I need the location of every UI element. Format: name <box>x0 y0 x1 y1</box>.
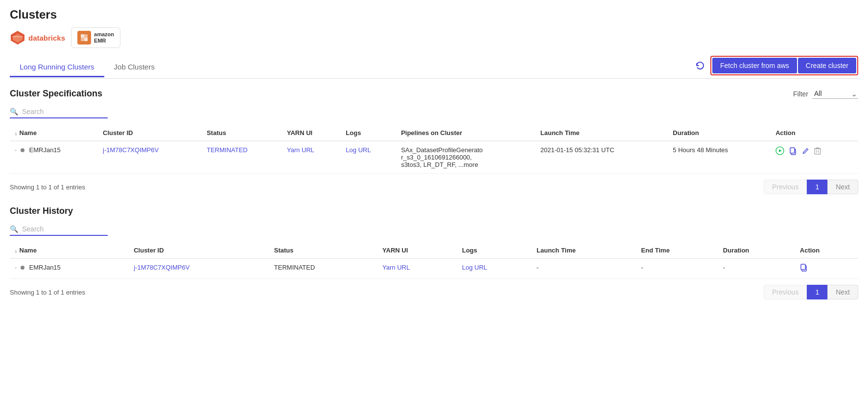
header-actions: Fetch cluster from aws Create cluster <box>695 56 858 78</box>
cell-logs-hist: Log URL <box>457 258 532 279</box>
col-duration: Duration <box>668 125 771 141</box>
table-row: ◦ EMRJan15 j-1M78C7XQIMP6V TERMINATED Ya… <box>10 258 858 279</box>
cluster-name: EMRJan15 <box>29 146 61 154</box>
status-dot <box>21 148 24 152</box>
cluster-history-section: Cluster History 🔍 ↓ Name Cluster ID Stat… <box>10 206 858 299</box>
svg-rect-3 <box>81 34 84 38</box>
cluster-specs-title: Cluster Specifications <box>10 89 102 99</box>
delete-icon[interactable] <box>814 147 821 157</box>
cluster-id-link[interactable]: j-1M78C7XQIMP6V <box>103 146 159 154</box>
databricks-logo: databricks <box>10 30 65 46</box>
copy-icon-specs[interactable] <box>789 147 797 157</box>
specs-previous-button[interactable]: Previous <box>764 180 807 194</box>
table-row: ◦ EMRJan15 j-1M78C7XQIMP6V TERMINATED Ya… <box>10 141 858 174</box>
cluster-specs-pagination: Previous 1 Next <box>764 180 858 194</box>
cluster-history-pagination-row: Showing 1 to 1 of 1 entries Previous 1 N… <box>10 285 858 299</box>
cell-action-specs <box>771 141 858 174</box>
cell-logs-specs: Log URL <box>341 141 396 174</box>
cluster-history-table: ↓ Name Cluster ID Status YARN UI Logs La… <box>10 243 858 279</box>
col-logs: Logs <box>341 125 396 141</box>
log-url-link[interactable]: Log URL <box>346 146 371 154</box>
hist-col-action: Action <box>795 243 858 258</box>
cell-name-specs: ◦ EMRJan15 <box>10 141 98 174</box>
edit-icon[interactable] <box>802 147 809 157</box>
cluster-specs-showing: Showing 1 to 1 of 1 entries <box>10 183 85 191</box>
expand-icon[interactable]: ◦ <box>15 147 17 154</box>
highlighted-button-group: Fetch cluster from aws Create cluster <box>710 56 858 75</box>
svg-rect-6 <box>84 38 88 41</box>
specs-next-button[interactable]: Next <box>827 180 858 194</box>
hist-log-url-link[interactable]: Log URL <box>462 264 487 271</box>
cell-name-hist: ◦ EMRJan15 <box>10 258 129 279</box>
action-icons-specs <box>775 146 853 158</box>
tab-job-clusters[interactable]: Job Clusters <box>104 58 164 77</box>
cluster-history-search-input[interactable] <box>22 225 108 233</box>
search-icon-specs: 🔍 <box>10 108 18 115</box>
cluster-specs-table-header: ↓ Name Cluster ID Status YARN UI Logs Pi… <box>10 125 858 141</box>
status-value: TERMINATED <box>207 146 248 154</box>
amazon-emr-logo: amazon EMR <box>71 27 120 48</box>
page-title: Clusters <box>10 8 858 22</box>
col-name: ↓ Name <box>10 125 98 141</box>
col-action: Action <box>771 125 858 141</box>
hist-cluster-id-link[interactable]: j-1M78C7XQIMP6V <box>134 264 189 271</box>
svg-rect-17 <box>801 264 805 270</box>
cluster-specs-header: Cluster Specifications Filter All Active… <box>10 89 858 99</box>
filter-label: Filter <box>793 90 808 98</box>
hist-col-launch-time: Launch Time <box>532 243 636 258</box>
hist-status-dot <box>21 266 24 270</box>
refresh-icon[interactable] <box>695 60 705 71</box>
cell-launch-time-specs: 2021-01-15 05:32:31 UTC <box>536 141 668 174</box>
hist-page-1-button[interactable]: 1 <box>807 285 827 299</box>
databricks-icon <box>10 30 25 46</box>
cell-launch-time-hist: - <box>532 258 636 279</box>
fetch-cluster-button[interactable]: Fetch cluster from aws <box>712 58 797 73</box>
cluster-history-table-header: ↓ Name Cluster ID Status YARN UI Logs La… <box>10 243 858 258</box>
col-status: Status <box>202 125 282 141</box>
tabs-bar: Long Running Clusters Job Clusters Fetch… <box>10 56 858 79</box>
cell-duration-specs: 5 Hours 48 Minutes <box>668 141 771 174</box>
hist-next-button[interactable]: Next <box>827 285 858 299</box>
yarn-url-link[interactable]: Yarn URL <box>287 146 314 154</box>
hist-col-yarn-ui: YARN UI <box>377 243 457 258</box>
search-icon-history: 🔍 <box>10 225 18 233</box>
hist-yarn-url-link[interactable]: Yarn URL <box>382 264 410 271</box>
play-icon[interactable] <box>775 146 784 158</box>
hist-cluster-name: EMRJan15 <box>29 264 61 271</box>
filter-select[interactable]: All Active Terminated <box>812 89 858 99</box>
cluster-history-title: Cluster History <box>10 206 858 216</box>
svg-rect-15 <box>816 148 819 149</box>
logo-bar: databricks amazon EMR <box>10 27 858 48</box>
hist-previous-button[interactable]: Previous <box>764 285 807 299</box>
cluster-history-search-box: 🔍 <box>10 223 108 236</box>
col-pipelines: Pipelines on Cluster <box>396 125 536 141</box>
hist-expand-icon[interactable]: ◦ <box>15 264 17 271</box>
hist-col-duration: Duration <box>718 243 795 258</box>
cell-cluster-id-specs: j-1M78C7XQIMP6V <box>98 141 202 174</box>
hist-col-cluster-id: Cluster ID <box>129 243 269 258</box>
cluster-specs-search-input[interactable] <box>22 108 108 115</box>
tab-long-running[interactable]: Long Running Clusters <box>10 58 104 77</box>
col-cluster-id: Cluster ID <box>98 125 202 141</box>
filter-area: Filter All Active Terminated ⌄ <box>793 89 858 99</box>
cluster-specs-pagination-row: Showing 1 to 1 of 1 entries Previous 1 N… <box>10 180 858 194</box>
cell-status-specs: TERMINATED <box>202 141 282 174</box>
cluster-specs-section: Cluster Specifications Filter All Active… <box>10 89 858 194</box>
cell-cluster-id-hist: j-1M78C7XQIMP6V <box>129 258 269 279</box>
cell-yarn-ui-hist: Yarn URL <box>377 258 457 279</box>
cell-pipelines-specs: SAx_DatasetProfileGenerato r_s3_0_161069… <box>396 141 536 174</box>
cell-yarn-ui-specs: Yarn URL <box>282 141 341 174</box>
copy-icon-hist[interactable] <box>800 264 808 274</box>
cluster-specs-table: ↓ Name Cluster ID Status YARN UI Logs Pi… <box>10 125 858 174</box>
hist-col-name: ↓ Name <box>10 243 129 258</box>
tab-group: Long Running Clusters Job Clusters <box>10 58 164 77</box>
hist-col-logs: Logs <box>457 243 532 258</box>
specs-page-1-button[interactable]: 1 <box>807 180 827 194</box>
cell-status-hist: TERMINATED <box>269 258 377 279</box>
svg-rect-4 <box>84 34 88 38</box>
cluster-history-pagination: Previous 1 Next <box>764 285 858 299</box>
hist-col-end-time: End Time <box>636 243 718 258</box>
col-yarn-ui: YARN UI <box>282 125 341 141</box>
create-cluster-button[interactable]: Create cluster <box>798 58 856 73</box>
svg-rect-10 <box>790 148 795 153</box>
